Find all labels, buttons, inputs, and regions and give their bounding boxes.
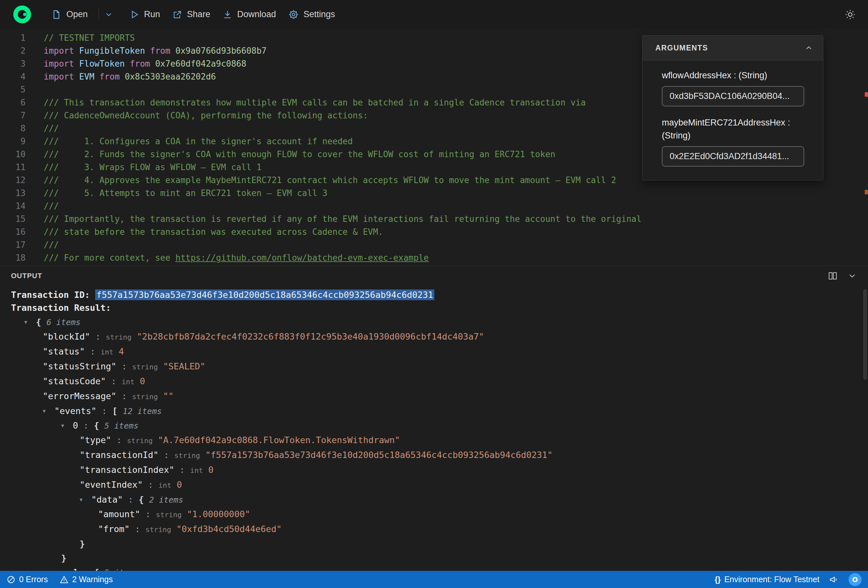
json-brace: { [94,567,105,571]
code-line: /// 2. Funds the signer's COA with enoug… [44,148,641,161]
status-bar: 0 Errors 2 Warnings {} Environment: Flow… [0,571,868,588]
expander-icon[interactable]: ▼ [24,315,36,329]
line-number: 7 [0,109,25,122]
code-line: import FlowToken from 0x7e60df042a9c0868 [44,57,641,70]
share-button[interactable]: Share [173,9,210,19]
braces-icon: {} [714,575,721,584]
output-header: OUTPUT [0,266,868,286]
code-link[interactable]: https://github.com/onflow/batched-evm-ex… [176,253,429,262]
open-button[interactable]: Open [51,9,88,20]
split-panel-icon[interactable] [828,271,838,281]
code-token: /// 1. Configures a COA in the signer's … [44,137,353,146]
arguments-title: ARGUMENTS [655,44,708,52]
flow-logo[interactable] [13,6,31,23]
environment-status[interactable]: {} Environment: Flow Testnet [714,575,819,584]
code-line: /// 5. Attempts to mint an ERC721 token … [44,187,641,200]
json-key: "errorMessage" [43,391,117,401]
code-line: /// [44,238,641,251]
code-token: from [145,46,176,56]
json-tree-row: "statusString" : string "SEALED" [11,359,868,374]
expander-icon[interactable]: ▼ [80,492,91,507]
json-int: 0 [140,376,145,386]
json-tree-row: } [11,537,868,551]
transaction-id-value[interactable]: f557a1573b76aa53e73d46f3e10d200d5c18a653… [95,289,434,300]
line-number: 2 [0,44,25,57]
download-button[interactable]: Download [223,9,276,19]
theme-toggle-button[interactable] [845,9,856,20]
expander-icon[interactable]: ▼ [61,565,73,571]
code-line: /// 1. Configures a COA in the signer's … [44,135,641,148]
code-token: /// 3. Wraps FLOW as WFLOW — EVM call 1 [44,162,261,172]
json-type: int [122,378,134,386]
json-punc: : [78,420,94,430]
json-punc [132,332,137,342]
code-line: /// [44,122,641,135]
line-number: 15 [0,212,25,225]
json-punc: : [174,465,190,475]
json-brace: { [36,317,47,327]
json-int: 0 [208,465,213,475]
download-icon [223,10,232,19]
code-token: /// 2. Funds the signer's COA with enoug… [44,149,555,159]
code-token: /// CadenceOwnedAccount (COA), performin… [44,111,368,120]
code-token: FlowToken [79,59,125,69]
argument-label: maybeMintERC721AddressHex : (String) [662,116,804,142]
code-token: from [94,72,125,81]
json-punc [200,450,205,460]
json-key: "eventIndex" [80,480,143,490]
run-button[interactable]: Run [130,9,160,19]
json-tree-row: ▼{ 6 items [11,315,868,330]
json-punc: : [123,495,139,504]
json-nkey: 0 [73,420,78,430]
flow-logo-dot [23,13,26,16]
code-token: /// This transaction demonstrates how mu… [44,98,586,108]
arguments-panel: ARGUMENTS wflowAddressHex : (String) may… [642,35,823,180]
json-tree-row: } [11,551,868,565]
line-number: 1 [0,31,25,44]
share-label: Share [187,9,210,19]
maybemint-address-input[interactable] [662,146,804,167]
json-punc: : [130,524,146,534]
json-brace: { [139,495,149,504]
json-key: "events" [55,406,96,416]
code-token: FungibleToken [79,46,145,56]
feedback-megaphone-icon[interactable] [829,575,839,584]
json-type: int [190,466,203,475]
transaction-id-label: Transaction ID: [11,290,95,300]
chevron-up-icon[interactable] [804,43,813,52]
json-tree-row: "type" : string "A.7e60df042a9c0868.Flow… [11,433,868,448]
errors-status[interactable]: 0 Errors [6,575,48,584]
code-line: // TESTNET IMPORTS [44,31,641,44]
expander-icon[interactable]: ▼ [43,404,55,418]
gear-icon [288,9,299,20]
expander-icon[interactable]: ▼ [61,419,73,433]
code-token: /// 5. Attempts to mint an ERC721 token … [44,188,328,198]
output-scrollbar[interactable] [863,289,867,380]
json-str: "0xfd3b4cd50d44e6ed" [176,524,282,534]
json-punc: : [140,509,156,519]
json-punc [158,361,163,371]
arguments-panel-header[interactable]: ARGUMENTS [642,35,823,60]
code-token: /// [44,240,59,250]
json-brace: { [94,420,105,430]
open-label: Open [66,9,88,19]
help-bubble-button[interactable] [849,573,862,586]
json-str: "SEALED" [163,361,205,371]
json-punc [158,391,163,401]
json-items: 5 items [105,421,139,430]
json-punc [171,480,177,490]
settings-button[interactable]: Settings [288,9,335,20]
line-number: 3 [0,57,25,70]
line-number: 8 [0,122,25,135]
code-token: /// [44,124,59,133]
wflow-address-input[interactable] [662,86,804,106]
json-type: string [106,333,131,341]
code-line: /// state before the transaction was exe… [44,225,641,238]
code-token: import [44,59,79,69]
collapse-chevron-icon[interactable] [847,271,857,281]
open-dropdown-button[interactable] [104,10,113,19]
json-key: "from" [98,524,130,534]
json-tree-row: ▼"events" : [ 12 items [11,404,868,419]
argument-label: wflowAddressHex : (String) [662,69,804,82]
warnings-status[interactable]: 2 Warnings [59,575,113,584]
